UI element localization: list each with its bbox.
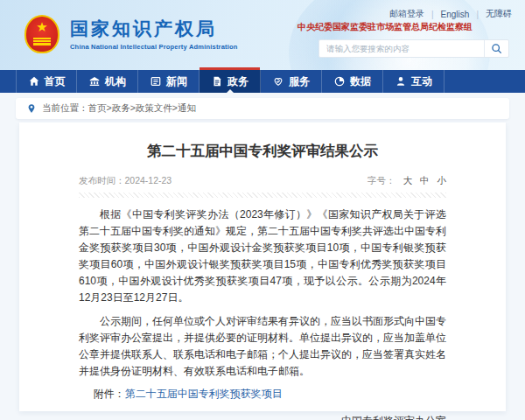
search-input[interactable] xyxy=(319,44,484,53)
person-icon xyxy=(395,75,407,88)
main-nav: 首页 机构 新闻 政务 服务 xyxy=(0,70,525,93)
nav-item-interaction[interactable]: 互动 xyxy=(383,70,444,93)
divider xyxy=(79,192,446,198)
service-heart-icon xyxy=(272,75,284,88)
breadcrumb: 当前位置： 首页>政务>政策文件>通知 xyxy=(16,98,509,119)
site-title-en: China National Intellectual Property Adm… xyxy=(70,43,238,51)
publish-time: 发布时间：2024-12-23 xyxy=(79,175,172,187)
attachment-link[interactable]: 第二十五届中国专利奖预获奖项目 xyxy=(125,388,283,400)
national-emblem-icon: ★ xyxy=(24,15,60,53)
page-title: 第二十五届中国专利奖评审结果公示 xyxy=(79,142,446,161)
nav-item-government-affairs[interactable]: 政务 xyxy=(200,70,261,93)
nav-label: 机构 xyxy=(105,74,126,89)
article-meta: 发布时间：2024-12-23 字号：大中小 xyxy=(79,175,446,187)
divider: | xyxy=(476,10,479,19)
nav-item-data[interactable]: 数据 xyxy=(322,70,383,93)
article-card: 第二十五届中国专利奖评审结果公示 发布时间：2024-12-23 字号：大中小 … xyxy=(19,122,506,411)
bank-icon xyxy=(88,75,101,88)
nav-label: 服务 xyxy=(289,74,310,89)
nav-item-home[interactable]: 首页 xyxy=(16,70,77,93)
nav-item-services[interactable]: 服务 xyxy=(261,70,322,93)
nav-label: 首页 xyxy=(45,74,66,89)
font-size-control: 字号：大中小 xyxy=(368,175,446,187)
site-logo[interactable]: ★ 国家知识产权局 China National Intellectual Pr… xyxy=(24,15,238,53)
attachment-label: 附件： xyxy=(94,388,125,400)
publish-date: 2024-12-23 xyxy=(125,175,172,186)
signature-office: 中国专利奖评审办公室 xyxy=(79,414,446,420)
nav-label: 新闻 xyxy=(166,74,187,89)
paragraph: 公示期间，任何单位或个人对评审结果有异议的，应当以书面形式向中国专利奖评审办公室… xyxy=(79,313,446,380)
active-tab-pointer xyxy=(226,89,234,94)
discipline-inspection-link[interactable]: 中央纪委国家监委驻市场监管总局纪检监察组 xyxy=(298,21,472,33)
font-size-medium-button[interactable]: 中 xyxy=(420,175,430,186)
nav-label: 互动 xyxy=(411,74,432,89)
signature-block: 中国专利奖评审办公室 2024年12月23日 xyxy=(79,414,446,420)
nav-label: 政务 xyxy=(228,74,248,89)
nav-item-news[interactable]: 新闻 xyxy=(138,70,200,93)
home-icon xyxy=(28,75,40,88)
attachment-row: 附件：第二十五届中国专利奖预获奖项目 xyxy=(79,387,446,402)
nav-label: 数据 xyxy=(350,74,371,89)
english-link[interactable]: English xyxy=(441,10,470,19)
search-icon xyxy=(491,43,502,54)
location-pin-icon xyxy=(26,103,37,114)
accessibility-link[interactable]: 无障碍 xyxy=(486,8,512,20)
news-icon xyxy=(150,75,162,88)
search-button[interactable] xyxy=(484,40,508,57)
mail-login-link[interactable]: 邮箱登录 xyxy=(389,8,424,20)
font-size-small-button[interactable]: 小 xyxy=(438,175,447,186)
font-size-large-button[interactable]: 大 xyxy=(403,175,413,186)
document-icon xyxy=(211,75,223,88)
paragraph: 根据《中国专利奖评奖办法（2023年修订）》《国家知识产权局关于评选第二十五届中… xyxy=(79,206,446,306)
search-bar xyxy=(318,39,509,58)
site-title-cn: 国家知识产权局 xyxy=(70,18,238,39)
breadcrumb-path[interactable]: 首页>政务>政策文件>通知 xyxy=(88,102,196,115)
article-body: 根据《中国专利奖评奖办法（2023年修订）》《国家知识产权局关于评选第二十五届中… xyxy=(79,206,446,380)
breadcrumb-prefix: 当前位置： xyxy=(42,102,88,115)
nav-item-organization[interactable]: 机构 xyxy=(77,70,138,93)
utility-links: 邮箱登录 | English | 无障碍 xyxy=(389,8,512,20)
site-header: ★ 国家知识产权局 China National Intellectual Pr… xyxy=(0,0,525,70)
pie-chart-icon xyxy=(333,75,346,88)
divider: | xyxy=(431,10,434,19)
